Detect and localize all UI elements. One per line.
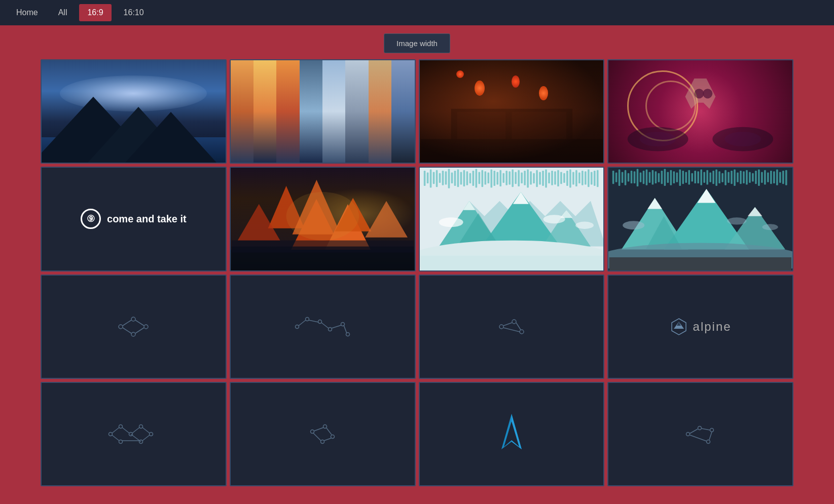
svg-line-167 — [123, 328, 131, 333]
svg-line-177 — [321, 323, 329, 328]
wallpaper-molecule-2[interactable] — [230, 275, 416, 379]
svg-point-160 — [763, 224, 778, 230]
svg-line-185 — [503, 328, 520, 332]
svg-rect-95 — [628, 173, 630, 182]
svg-rect-37 — [478, 172, 480, 184]
nav-home[interactable]: Home — [8, 4, 46, 21]
svg-line-216 — [690, 429, 698, 434]
navbar: Home All 16:9 16:10 — [0, 0, 834, 25]
svg-point-164 — [131, 332, 135, 336]
molecule-svg-1 — [113, 312, 154, 342]
wallpaper-arch-linux[interactable] — [419, 382, 605, 486]
wallpaper-molecule-1[interactable] — [41, 275, 227, 379]
svg-rect-58 — [542, 171, 544, 186]
svg-rect-134 — [746, 170, 748, 185]
svg-rect-106 — [661, 171, 663, 184]
svg-point-10 — [725, 132, 762, 146]
wallpaper-come-and-take-it[interactable]: ⑨ come and take it — [41, 167, 227, 271]
svg-rect-48 — [512, 170, 514, 187]
svg-point-89 — [575, 222, 594, 229]
svg-rect-115 — [688, 170, 691, 185]
svg-rect-135 — [749, 172, 751, 183]
svg-rect-108 — [667, 172, 669, 183]
svg-point-159 — [727, 217, 746, 224]
svg-rect-129 — [731, 171, 733, 184]
svg-rect-123 — [713, 171, 715, 184]
svg-rect-114 — [685, 172, 687, 183]
wallpaper-molecule-4[interactable] — [41, 382, 227, 486]
svg-point-87 — [439, 217, 463, 227]
svg-point-172 — [329, 327, 332, 331]
svg-rect-107 — [664, 169, 666, 186]
svg-rect-90 — [612, 171, 614, 184]
svg-rect-63 — [557, 170, 559, 186]
svg-rect-20 — [426, 173, 428, 184]
svg-rect-35 — [472, 171, 474, 186]
svg-point-194 — [119, 440, 123, 444]
wallpaper-autumn-forest[interactable] — [230, 167, 416, 271]
svg-point-192 — [139, 425, 143, 429]
wallpaper-sunset-strips[interactable] — [230, 59, 416, 164]
svg-rect-24 — [439, 173, 441, 183]
wallpaper-molecule-6[interactable] — [607, 382, 793, 486]
molecule-svg-2 — [292, 312, 353, 342]
wallpaper-mountain-landscape[interactable] — [41, 59, 227, 164]
svg-rect-127 — [725, 170, 727, 185]
wallpaper-mountains-minimal-dark[interactable] — [607, 167, 793, 271]
svg-rect-110 — [673, 171, 675, 183]
svg-point-5 — [695, 89, 704, 98]
svg-line-178 — [332, 325, 341, 328]
wallpaper-molecule-5[interactable] — [230, 382, 416, 486]
svg-point-189 — [109, 433, 113, 436]
svg-line-176 — [309, 320, 318, 322]
ramen-shop-details — [420, 60, 604, 163]
svg-rect-143 — [773, 171, 775, 183]
svg-rect-41 — [490, 170, 492, 188]
wallpaper-alpine-linux[interactable]: alpine — [607, 275, 793, 379]
svg-rect-52 — [524, 171, 526, 185]
svg-point-163 — [144, 325, 148, 329]
toolbar: Image width — [0, 25, 834, 59]
svg-rect-140 — [764, 170, 766, 185]
svg-rect-42 — [493, 171, 495, 186]
svg-rect-39 — [484, 171, 486, 184]
svg-line-166 — [135, 320, 144, 326]
svg-rect-91 — [615, 173, 618, 182]
svg-rect-72 — [585, 171, 587, 184]
svg-rect-138 — [758, 170, 760, 186]
nav-16-10[interactable]: 16:10 — [116, 4, 152, 21]
svg-point-215 — [706, 440, 710, 444]
svg-line-209 — [327, 428, 332, 435]
svg-rect-141 — [767, 173, 769, 182]
image-width-button[interactable]: Image width — [384, 33, 450, 53]
wallpaper-molecule-3[interactable] — [419, 275, 605, 379]
wallpaper-wolf-dj[interactable] — [607, 59, 793, 164]
svg-line-218 — [709, 432, 712, 440]
svg-point-204 — [311, 430, 314, 434]
svg-line-168 — [135, 328, 144, 333]
wallpaper-mountains-minimal-light[interactable] — [419, 167, 605, 271]
svg-rect-30 — [457, 170, 459, 187]
svg-rect-1 — [457, 112, 505, 142]
svg-rect-32 — [463, 170, 465, 186]
svg-marker-154 — [748, 207, 763, 216]
svg-rect-38 — [481, 170, 483, 187]
svg-rect-131 — [737, 173, 739, 182]
svg-rect-96 — [631, 171, 633, 183]
svg-line-184 — [516, 323, 521, 330]
alpine-icon — [670, 318, 688, 336]
svg-rect-70 — [578, 173, 581, 184]
svg-point-6 — [703, 89, 712, 98]
svg-marker-153 — [698, 189, 716, 203]
nav-16-9[interactable]: 16:9 — [79, 4, 111, 21]
svg-rect-56 — [536, 170, 538, 187]
nav-all[interactable]: All — [50, 4, 76, 21]
wallpaper-anime-ramen[interactable] — [419, 59, 605, 164]
svg-line-219 — [690, 435, 707, 441]
svg-marker-15 — [365, 201, 408, 238]
svg-point-162 — [131, 317, 135, 321]
svg-rect-51 — [521, 173, 523, 184]
svg-rect-137 — [755, 171, 757, 184]
alpine-logo-group: alpine — [670, 318, 732, 336]
svg-rect-118 — [698, 171, 700, 183]
